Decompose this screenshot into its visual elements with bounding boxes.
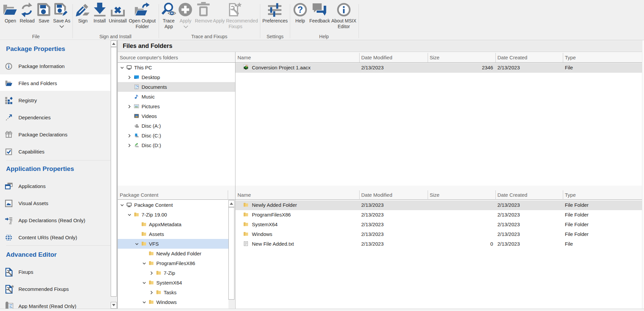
svg-text:?: ? [298,5,303,15]
